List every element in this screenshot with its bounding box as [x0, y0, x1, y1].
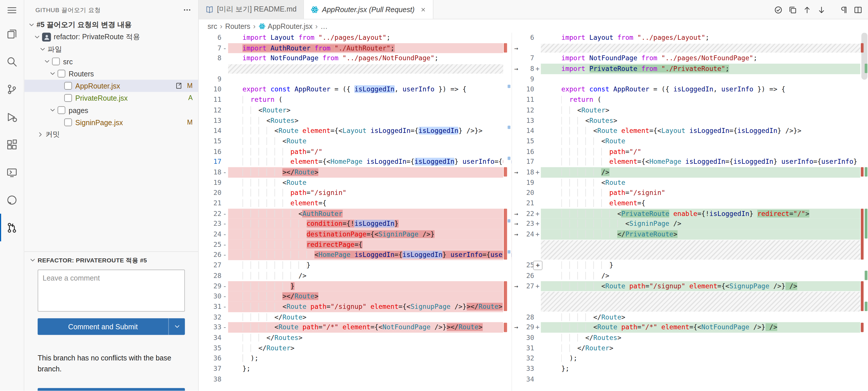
- line-number[interactable]: 22: [522, 208, 534, 219]
- code-line[interactable]: 12 <Router>: [199, 105, 512, 115]
- line-number[interactable]: 6: [522, 33, 534, 43]
- line-number[interactable]: 10: [522, 85, 534, 95]
- tree-item-folder-src[interactable]: src: [24, 55, 198, 67]
- line-number[interactable]: 7: [199, 43, 221, 53]
- line-number[interactable]: 8: [199, 53, 221, 64]
- chevron-down-icon[interactable]: [43, 58, 52, 65]
- code-line[interactable]: 28 </Route>: [512, 312, 868, 322]
- code-line[interactable]: 7-import AuthRouter from "./AuthRouter";: [199, 43, 512, 53]
- line-number[interactable]: 11: [522, 95, 534, 105]
- code-line[interactable]: 26 />: [512, 270, 868, 281]
- line-number[interactable]: 24: [522, 229, 534, 240]
- code-line[interactable]: 37};: [199, 364, 512, 374]
- code-line[interactable]: 19 <Route: [199, 177, 512, 188]
- line-number[interactable]: 35: [199, 343, 221, 353]
- tree-item-folder-pages[interactable]: pages: [24, 104, 198, 116]
- code-line[interactable]: 9: [199, 74, 512, 85]
- tree-item-file-approuter[interactable]: AppRouter.jsxM: [24, 80, 198, 92]
- line-number[interactable]: 17: [199, 157, 221, 167]
- code-line[interactable]: 25 }+: [512, 260, 868, 271]
- code-line[interactable]: 25- redirectPage={: [199, 240, 512, 250]
- comment-submit-label[interactable]: Comment and Submit: [38, 318, 168, 335]
- chevron-down-icon[interactable]: [49, 70, 58, 78]
- code-line[interactable]: 30- ></Route>: [199, 291, 512, 302]
- line-number[interactable]: 32: [199, 312, 221, 322]
- menu-icon[interactable]: [0, 0, 24, 20]
- code-line[interactable]: 19 <Route: [512, 177, 868, 188]
- apply-change-arrow-icon[interactable]: →: [512, 208, 522, 219]
- tab-approuter-pull-request[interactable]: AppRouter.jsx (Pull Request): [304, 0, 433, 19]
- code-line[interactable]: →18+ />: [512, 167, 868, 178]
- code-line[interactable]: 16 path="/": [512, 147, 868, 157]
- apply-change-arrow-icon[interactable]: →: [512, 43, 522, 53]
- code-line[interactable]: 16 path="/": [199, 147, 512, 157]
- code-line[interactable]: 13 <Routes>: [199, 115, 512, 126]
- code-line[interactable]: 36 );: [199, 353, 512, 364]
- code-line[interactable]: 10export const AppRouter = ({ isLoggedIn…: [512, 85, 868, 95]
- checkbox[interactable]: [52, 58, 60, 65]
- tree-item-file-signinpage[interactable]: SigninPage.jsxM: [24, 116, 198, 128]
- merge-button-partial[interactable]: [38, 388, 185, 391]
- code-line[interactable]: 32 );: [512, 353, 868, 364]
- tree-item-commits-header[interactable]: 커밋: [24, 128, 198, 141]
- breadcrumb-item-more[interactable]: …: [320, 22, 328, 30]
- code-line[interactable]: →8+import PrivateRoute from "./PrivateRo…: [512, 64, 868, 74]
- code-line[interactable]: 20 path="/signin": [199, 188, 512, 198]
- line-number[interactable]: 26: [199, 250, 221, 260]
- apply-change-arrow-icon[interactable]: →: [512, 167, 522, 178]
- code-line[interactable]: 31 </Router>: [512, 343, 868, 354]
- code-line[interactable]: 17 element={<HomePage isLoggedIn={isLogg…: [199, 157, 512, 167]
- line-number[interactable]: 27: [522, 281, 534, 291]
- code-line[interactable]: 33- <Route path="/*" element={<NotFoundP…: [199, 322, 512, 333]
- line-number[interactable]: 34: [522, 374, 534, 384]
- line-number[interactable]: 38: [199, 374, 221, 384]
- code-line[interactable]: 14 <Route element={<Layout isLoggedIn={i…: [512, 126, 868, 136]
- checkbox[interactable]: [64, 119, 72, 126]
- line-number[interactable]: 13: [199, 115, 221, 126]
- code-line[interactable]: 6import Layout from "../pages/Layout";: [199, 33, 512, 43]
- code-line[interactable]: →27+ <Route path="/signup" element={<Sig…: [512, 281, 868, 291]
- line-number[interactable]: 23: [199, 219, 221, 229]
- line-number[interactable]: 30: [522, 333, 534, 343]
- code-line[interactable]: 20 path="/signin": [512, 188, 868, 198]
- line-number[interactable]: 29: [522, 322, 534, 333]
- code-line[interactable]: 8import NotFoundPage from "../pages/NotF…: [199, 53, 512, 64]
- pull-request-icon[interactable]: [0, 214, 24, 241]
- github-icon[interactable]: [0, 186, 24, 214]
- code-line[interactable]: 13 <Routes>: [512, 115, 868, 126]
- submit-dropdown-button[interactable]: [168, 318, 185, 335]
- code-line[interactable]: 27 }: [199, 260, 512, 270]
- line-number[interactable]: 34: [199, 333, 221, 343]
- breadcrumb-item-routers[interactable]: Routers: [225, 22, 250, 30]
- code-line[interactable]: 15 <Route: [512, 136, 868, 147]
- line-number[interactable]: 12: [199, 105, 221, 115]
- code-line[interactable]: 10export const AppRouter = ({ isLoggedIn…: [199, 85, 512, 95]
- extensions-icon[interactable]: [0, 131, 24, 158]
- code-line[interactable]: 29- }: [199, 281, 512, 291]
- line-number[interactable]: 19: [199, 177, 221, 188]
- apply-change-arrow-icon[interactable]: →: [512, 219, 522, 229]
- line-number[interactable]: 9: [522, 74, 534, 85]
- review-section-header[interactable]: REFACTOR: PRIVATEROUTE 적용 #5: [29, 252, 185, 266]
- code-line[interactable]: →22+ <PrivateRoute enable={!isLoggedIn} …: [512, 208, 868, 219]
- line-number[interactable]: 20: [522, 188, 534, 198]
- breadcrumb-item-approuter[interactable]: AppRouter.jsx: [268, 22, 312, 30]
- source-control-icon[interactable]: [0, 75, 24, 103]
- line-number[interactable]: 10: [199, 85, 221, 95]
- line-number[interactable]: 16: [522, 147, 534, 157]
- next-change-icon[interactable]: [815, 3, 828, 17]
- checkbox[interactable]: [64, 82, 72, 90]
- right-overview-ruler[interactable]: [860, 33, 868, 391]
- code-line[interactable]: 34: [512, 374, 868, 384]
- line-number[interactable]: 32: [522, 353, 534, 364]
- line-number[interactable]: 14: [199, 126, 221, 136]
- code-line[interactable]: 21 element={: [199, 198, 512, 208]
- tree-item-pr-changes-header[interactable]: #5 끌어오기 요청의 변경 내용: [24, 19, 198, 31]
- line-number[interactable]: 28: [199, 270, 221, 281]
- tree-item-folder-routers[interactable]: Routers: [24, 67, 198, 80]
- line-number[interactable]: 33: [199, 322, 221, 333]
- comment-input[interactable]: [38, 270, 185, 312]
- checkbox[interactable]: [58, 70, 65, 78]
- apply-change-arrow-icon[interactable]: →: [512, 281, 522, 291]
- code-line[interactable]: →24+ </PrivateRoute>: [512, 229, 868, 240]
